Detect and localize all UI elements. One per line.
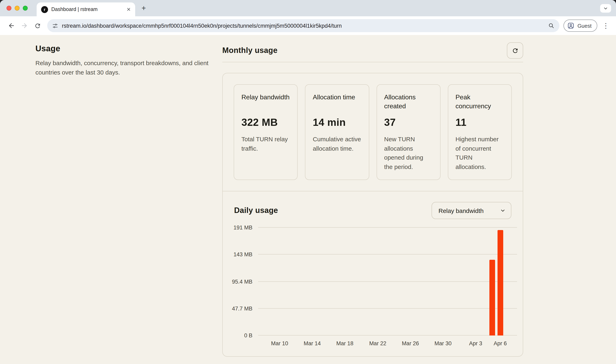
y-tick-label: 191 MB — [233, 224, 252, 231]
tab-close-button[interactable] — [125, 6, 132, 13]
x-tick-label: Apr 3 — [469, 340, 482, 347]
dashboard-page: Usage Relay bandwidth, concurrency, tran… — [0, 35, 616, 364]
reload-button[interactable] — [31, 19, 44, 32]
stat-card-title: Relay bandwidth — [242, 93, 290, 111]
x-tick-label: Mar 10 — [271, 340, 288, 347]
usage-card-container: Relay bandwidth 322 MB Total TURN relay … — [222, 73, 523, 357]
zoom-window-button[interactable] — [23, 6, 28, 11]
forward-button[interactable] — [18, 19, 31, 32]
chart-gridline — [258, 254, 517, 255]
stat-card-allocations-created: Allocations created 37 New TURN allocati… — [376, 84, 440, 180]
close-icon — [127, 7, 130, 11]
stat-card-title: Allocation time — [313, 93, 361, 111]
chart-gridline — [258, 308, 517, 309]
tab-strip: r Dashboard | rstream + — [0, 0, 616, 16]
profile-label: Guest — [578, 23, 591, 29]
x-tick-label: Mar 18 — [336, 340, 353, 347]
usage-intro-panel: Usage Relay bandwidth, concurrency, tran… — [35, 44, 210, 77]
guest-avatar-icon — [567, 22, 575, 29]
stat-card-value: 11 — [456, 116, 504, 128]
url-text: rstream.io/dashboard/workspace/cmmhp5nrf… — [62, 23, 545, 29]
refresh-icon — [512, 47, 518, 54]
browser-menu-button[interactable]: ⋮ — [601, 19, 611, 32]
traffic-lights — [4, 6, 31, 11]
new-tab-button[interactable]: + — [138, 3, 149, 13]
stat-card-allocation-time: Allocation time 14 min Cumulative active… — [305, 84, 369, 180]
browser-window: r Dashboard | rstream + — [0, 0, 616, 364]
stat-card-title: Allocations created — [384, 93, 433, 111]
page-description: Relay bandwidth, concurrency, transport … — [35, 59, 210, 77]
address-bar[interactable]: rstream.io/dashboard/workspace/cmmhp5nrf… — [47, 19, 560, 32]
stat-card-description: New TURN allocations opened during the p… — [384, 135, 433, 171]
chart-gridline — [258, 281, 517, 282]
x-tick-label: Apr 6 — [494, 340, 507, 347]
chart-bar[interactable] — [489, 260, 495, 336]
monthly-usage-header: Monthly usage — [222, 35, 523, 59]
stat-card-value: 14 min — [313, 116, 361, 128]
stat-card-value: 37 — [384, 116, 433, 128]
daily-usage-title: Daily usage — [234, 206, 278, 215]
browser-tab[interactable]: r Dashboard | rstream — [37, 2, 135, 16]
forward-arrow-icon — [21, 22, 28, 29]
reload-icon — [34, 22, 41, 29]
monthly-stats-grid: Relay bandwidth 322 MB Total TURN relay … — [223, 73, 523, 191]
back-arrow-icon — [8, 22, 15, 29]
y-tick-label: 95.4 MB — [232, 278, 252, 285]
search-icon[interactable] — [548, 22, 555, 29]
site-settings-icon[interactable] — [52, 23, 58, 29]
refresh-button[interactable] — [507, 42, 523, 59]
stat-card-description: Cumulative active allocation time. — [313, 135, 361, 153]
back-button[interactable] — [5, 19, 18, 32]
header-divider — [222, 62, 523, 62]
y-tick-label: 143 MB — [233, 252, 252, 258]
chart-gridline — [258, 335, 517, 336]
tab-favicon: r — [41, 6, 48, 13]
metric-select-value: Relay bandwidth — [438, 207, 484, 214]
chart-gridline — [258, 227, 517, 228]
tab-search-button[interactable] — [600, 4, 611, 13]
stat-card-value: 322 MB — [242, 116, 290, 128]
browser-toolbar: rstream.io/dashboard/workspace/cmmhp5nrf… — [0, 16, 616, 35]
stat-card-description: Highest number of concurrent TURN alloca… — [456, 135, 504, 171]
daily-usage-header: Daily usage Relay bandwidth — [223, 191, 523, 219]
x-tick-label: Mar 22 — [369, 340, 386, 347]
usage-content: Monthly usage Relay bandwidth 322 MB Tot… — [222, 35, 523, 357]
profile-button[interactable]: Guest — [564, 20, 597, 32]
tab-title: Dashboard | rstream — [51, 7, 122, 12]
chart-bar[interactable] — [497, 230, 503, 336]
minimize-window-button[interactable] — [15, 6, 20, 11]
daily-usage-section: Daily usage Relay bandwidth 191 MB143 MB… — [223, 191, 523, 356]
monthly-usage-title: Monthly usage — [222, 46, 277, 55]
x-tick-label: Mar 30 — [435, 340, 451, 347]
y-tick-label: 47.7 MB — [232, 306, 252, 312]
chevron-down-icon — [603, 6, 608, 10]
stat-card-peak-concurrency: Peak concurrency 11 Highest number of co… — [448, 84, 512, 180]
chart-plot: 191 MB143 MB95.4 MB47.7 MB0 BMar 10Mar 1… — [258, 228, 517, 336]
stat-card-description: Total TURN relay traffic. — [242, 135, 290, 153]
stat-card-title: Peak concurrency — [456, 93, 504, 111]
chevron-down-icon — [500, 208, 506, 213]
x-tick-label: Mar 14 — [304, 340, 321, 347]
stat-card-relay-bandwidth: Relay bandwidth 322 MB Total TURN relay … — [234, 84, 298, 180]
x-tick-label: Mar 26 — [402, 340, 419, 347]
y-tick-label: 0 B — [244, 332, 252, 338]
page-title: Usage — [35, 44, 210, 53]
metric-select[interactable]: Relay bandwidth — [432, 202, 511, 219]
close-window-button[interactable] — [7, 6, 11, 11]
